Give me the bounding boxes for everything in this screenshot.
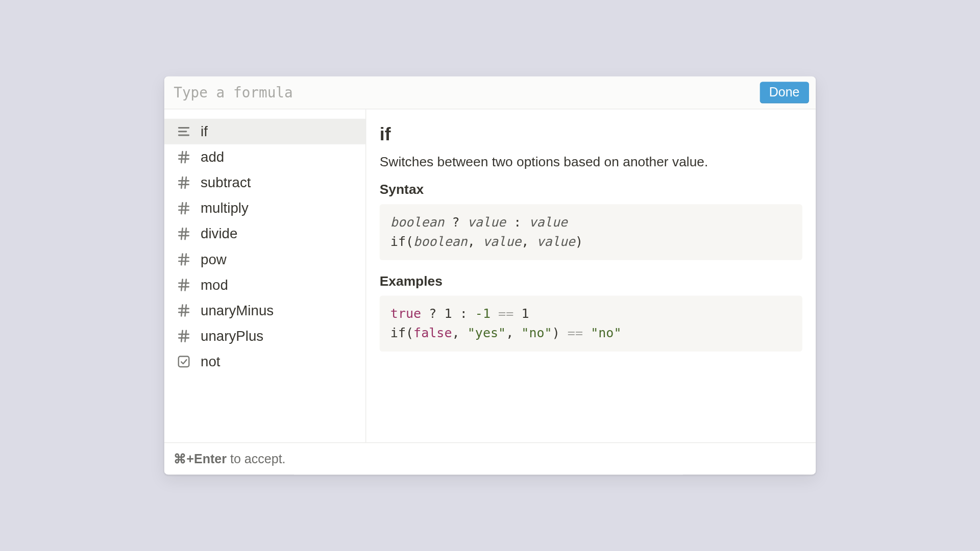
- code-token: true: [390, 306, 421, 320]
- code-token: ==: [568, 325, 583, 340]
- detail-title: if: [380, 124, 802, 145]
- svg-line-26: [185, 280, 186, 291]
- examples-label: Examples: [380, 273, 802, 289]
- function-item-not[interactable]: not: [164, 349, 365, 374]
- hash-icon: [177, 252, 191, 267]
- syntax-codeblock: boolean ? value : value if(boolean, valu…: [380, 204, 802, 260]
- svg-line-14: [185, 203, 186, 214]
- function-item-subtract[interactable]: subtract: [164, 170, 365, 195]
- code-token: boolean: [413, 234, 468, 249]
- svg-line-18: [185, 228, 186, 239]
- examples-codeblock: true ? 1 : -1 == 1 if(false, "yes", "no"…: [380, 295, 802, 351]
- svg-line-21: [181, 254, 182, 265]
- svg-line-33: [181, 331, 182, 342]
- hash-icon: [177, 303, 191, 318]
- function-item-add[interactable]: add: [164, 144, 365, 170]
- code-token: value: [536, 234, 575, 249]
- hash-icon: [177, 149, 191, 164]
- dialog-body: ifaddsubtractmultiplydividepowmodunaryMi…: [164, 109, 816, 442]
- function-item-label: multiply: [201, 200, 249, 216]
- code-token: 1: [521, 306, 529, 320]
- code-token: "no": [521, 325, 552, 340]
- function-item-label: if: [201, 123, 208, 140]
- code-token: ?: [421, 306, 444, 320]
- dialog-footer: ⌘+Enter to accept.: [164, 442, 816, 474]
- function-item-label: unaryPlus: [201, 328, 263, 344]
- code-token: if(: [390, 325, 413, 340]
- hash-icon: [177, 278, 191, 292]
- svg-line-17: [181, 228, 182, 239]
- code-token: [491, 306, 498, 320]
- function-item-label: pow: [201, 252, 227, 268]
- code-token: [513, 306, 521, 320]
- svg-line-34: [185, 331, 186, 342]
- function-item-label: mod: [201, 277, 228, 293]
- function-list: ifaddsubtractmultiplydividepowmodunaryMi…: [164, 109, 366, 442]
- function-item-label: divide: [201, 226, 237, 242]
- code-token: boolean: [390, 214, 445, 229]
- hash-icon: [177, 329, 191, 343]
- code-token: 1: [444, 306, 452, 320]
- svg-line-25: [181, 280, 182, 291]
- function-item-label: unaryMinus: [201, 303, 274, 319]
- code-token: value: [483, 234, 521, 249]
- hash-icon: [177, 201, 191, 216]
- function-item-unaryPlus[interactable]: unaryPlus: [164, 323, 365, 349]
- formula-dialog: Done ifaddsubtractmultiplydividepowmodun…: [164, 77, 816, 475]
- code-token: ): [552, 325, 568, 340]
- svg-line-22: [185, 254, 186, 265]
- text-icon: [177, 124, 191, 139]
- code-token: false: [413, 325, 452, 340]
- svg-line-29: [181, 305, 182, 316]
- code-token: ,: [468, 234, 483, 249]
- svg-line-10: [185, 177, 186, 188]
- function-detail: if Switches between two options based on…: [366, 109, 816, 442]
- code-token: ==: [498, 306, 513, 320]
- code-token: ,: [521, 234, 536, 249]
- function-item-multiply[interactable]: multiply: [164, 195, 365, 221]
- function-item-label: subtract: [201, 174, 251, 191]
- function-item-unaryMinus[interactable]: unaryMinus: [164, 298, 365, 323]
- shortcut-hint: to accept.: [227, 452, 286, 466]
- function-item-pow[interactable]: pow: [164, 246, 365, 272]
- function-item-mod[interactable]: mod: [164, 272, 365, 297]
- svg-line-30: [185, 305, 186, 316]
- detail-description: Switches between two options based on an…: [380, 155, 802, 170]
- code-token: "yes": [468, 325, 506, 340]
- code-token: if(: [390, 234, 413, 249]
- svg-rect-35: [179, 357, 189, 367]
- code-token: ): [575, 234, 583, 249]
- svg-line-9: [181, 177, 182, 188]
- syntax-label: Syntax: [380, 182, 802, 197]
- formula-input[interactable]: [174, 82, 751, 103]
- hash-icon: [177, 227, 191, 241]
- function-item-label: not: [201, 354, 220, 370]
- hash-icon: [177, 176, 191, 190]
- svg-line-6: [185, 152, 186, 163]
- function-item-if[interactable]: if: [164, 119, 365, 144]
- svg-line-5: [181, 152, 182, 163]
- shortcut-key: ⌘+Enter: [174, 452, 227, 466]
- code-token: ,: [506, 325, 521, 340]
- function-item-label: add: [201, 149, 224, 165]
- function-item-divide[interactable]: divide: [164, 221, 365, 246]
- checkbox-icon: [177, 354, 191, 369]
- code-token: :: [506, 214, 529, 229]
- code-token: -1: [475, 306, 491, 320]
- dialog-header: Done: [164, 77, 816, 110]
- code-token: ,: [452, 325, 468, 340]
- code-token: "no": [591, 325, 621, 340]
- code-token: value: [468, 214, 506, 229]
- svg-line-13: [181, 203, 182, 214]
- done-button[interactable]: Done: [760, 82, 809, 103]
- code-token: value: [529, 214, 567, 229]
- code-token: [583, 325, 591, 340]
- code-token: ?: [444, 214, 467, 229]
- code-token: :: [452, 306, 475, 320]
